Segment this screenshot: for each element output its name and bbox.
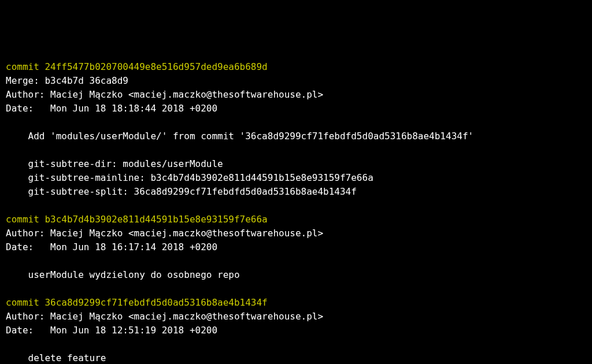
commit-body-line: git-subtree-split: 36ca8d9299cf71febdfd5…	[6, 186, 357, 197]
commit-header: commit 24ff5477b020700449e8e516d957ded9e…	[6, 61, 268, 72]
commit-body-line: delete feature	[6, 352, 106, 363]
date-line: Date: Mon Jun 18 18:18:44 2018 +0200	[6, 103, 217, 114]
merge-line: Merge: b3c4b7d 36ca8d9	[6, 75, 128, 86]
date-line: Date: Mon Jun 18 12:51:19 2018 +0200	[6, 325, 217, 336]
commit-body-line: git-subtree-dir: modules/userModule	[6, 158, 223, 169]
author-line: Author: Maciej Mączko <maciej.maczko@the…	[6, 89, 323, 100]
commit-body-line: git-subtree-mainline: b3c4b7d4b3902e811d…	[6, 172, 373, 183]
author-line: Author: Maciej Mączko <maciej.maczko@the…	[6, 311, 323, 322]
author-line: Author: Maciej Mączko <maciej.maczko@the…	[6, 228, 323, 239]
commit-body-line: Add 'modules/userModule/' from commit '3…	[6, 131, 473, 142]
commit-body-line: userModule wydzielony do osobnego repo	[6, 269, 240, 280]
terminal-output: commit 24ff5477b020700449e8e516d957ded9e…	[6, 60, 586, 364]
commit-header: commit 36ca8d9299cf71febdfd5d0ad5316b8ae…	[6, 297, 268, 308]
commit-header: commit b3c4b7d4b3902e811d44591b15e8e9315…	[6, 214, 268, 225]
date-line: Date: Mon Jun 18 16:17:14 2018 +0200	[6, 242, 217, 252]
